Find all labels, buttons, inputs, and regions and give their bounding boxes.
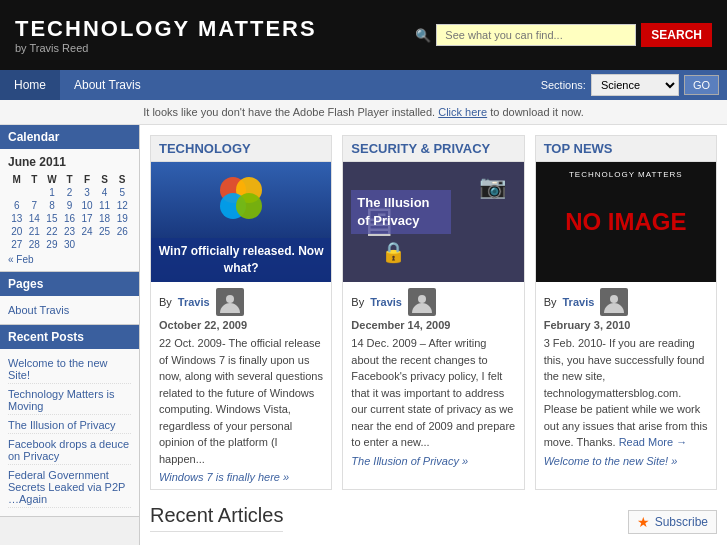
calendar-day-cell[interactable]: 10 [78,199,96,212]
go-button[interactable]: GO [684,75,719,95]
svg-point-6 [610,295,618,303]
calendar-day-cell[interactable]: 13 [8,212,26,225]
site-header: TECHNOLOGY MATTERS by Travis Reed 🔍 SEAR… [0,0,727,70]
sidebar-calendar: Calendar June 2011 MTWTFSS 1234567891011… [0,125,139,272]
security-author[interactable]: Travis [370,296,402,308]
calendar-day-cell[interactable]: 17 [78,212,96,225]
technology-header-link[interactable]: TECHNOLOGY [159,141,251,156]
recent-post-item[interactable]: Federal Government Secrets Leaked via P2… [8,467,131,508]
search-icon: 🔍 [415,28,431,43]
subscribe-button[interactable]: ★ Subscribe [628,510,717,534]
calendar-day-cell[interactable]: 5 [113,186,131,199]
calendar-day-cell[interactable]: 19 [113,212,131,225]
topnews-header-link[interactable]: TOP NEWS [544,141,613,156]
nav-home[interactable]: Home [0,70,60,100]
page-about-travis[interactable]: About Travis [8,302,131,318]
calendar-day-cell[interactable]: 14 [26,212,44,225]
topnews-text: 3 Feb. 2010- If you are reading this, yo… [544,335,708,451]
svg-point-3 [236,193,262,219]
calendar-prev[interactable]: « Feb [8,254,131,265]
calendar-day-cell[interactable]: 24 [78,225,96,238]
flash-link[interactable]: Click here [438,106,487,118]
search-button[interactable]: SEARCH [641,23,712,47]
technology-text: 22 Oct. 2009- The official release of Wi… [159,335,323,467]
privacy-caption: The Illusion of Privacy [351,190,451,234]
win7-logo-icon [213,170,269,226]
pages-title: Pages [0,272,139,296]
technology-by: By [159,296,172,308]
camera-icon: 📷 [479,174,506,200]
calendar-day-cell [113,238,131,251]
security-header-link[interactable]: SECURITY & PRIVACY [351,141,490,156]
flash-notice: It looks like you don't have the Adobe F… [0,100,727,125]
calendar-day-cell[interactable]: 1 [43,186,61,199]
security-byline: By Travis [351,288,515,316]
calendar-day-cell[interactable]: 29 [43,238,61,251]
technology-readmore[interactable]: Windows 7 is finally here » [159,471,289,483]
security-body: By Travis December 14, 2009 14 Dec. 2009… [343,282,523,473]
calendar-day-cell[interactable]: 8 [43,199,61,212]
technology-caption: Win7 officially released. Now what? [151,238,331,282]
calendar-week-row: 27282930 [8,238,131,251]
calendar-day-cell[interactable]: 28 [26,238,44,251]
technology-image: Win7 officially released. Now what? [151,162,331,282]
site-title: TECHNOLOGY MATTERS [15,16,317,42]
topnews-header: TOP NEWS [536,136,716,162]
topnews-date: February 3, 2010 [544,319,708,331]
calendar-week-row: 12345 [8,186,131,199]
navbar: Home About Travis Sections: Science Tech… [0,70,727,100]
flash-text: It looks like you don't have the Adobe F… [143,106,435,118]
calendar-day-cell[interactable]: 22 [43,225,61,238]
topnews-author[interactable]: Travis [563,296,595,308]
calendar-day-cell[interactable]: 15 [43,212,61,225]
nav-about-travis[interactable]: About Travis [60,70,155,100]
calendar-day-cell[interactable]: 9 [61,199,79,212]
calendar-day-cell[interactable]: 2 [61,186,79,199]
topnews-column: TOP NEWS TECHNOLOGY MATTERS NO IMAGE By … [535,135,717,490]
topnews-byline: By Travis [544,288,708,316]
calendar-day-cell[interactable]: 25 [96,225,114,238]
pages-content: About Travis [0,296,139,324]
calendar-day-cell[interactable]: 20 [8,225,26,238]
calendar-day-header: F [78,173,96,186]
topnews-avatar [600,288,628,316]
recent-post-item[interactable]: Welcome to the new Site! [8,355,131,384]
calendar-day-cell[interactable]: 27 [8,238,26,251]
security-readmore[interactable]: The Illusion of Privacy » [351,455,468,467]
calendar-day-cell[interactable]: 30 [61,238,79,251]
calendar-day-cell[interactable]: 11 [96,199,114,212]
recent-articles-bar: Recent Articles ★ Subscribe [150,504,717,540]
technology-author[interactable]: Travis [178,296,210,308]
calendar-day-cell[interactable]: 3 [78,186,96,199]
calendar-day-cell[interactable]: 16 [61,212,79,225]
topnews-readmore-inline[interactable]: Read More → [619,436,687,448]
calendar-day-cell [78,238,96,251]
calendar-day-header: T [61,173,79,186]
recent-post-item[interactable]: Technology Matters is Moving [8,386,131,415]
calendar-day-cell [96,238,114,251]
recent-post-item[interactable]: The Illusion of Privacy [8,417,131,434]
subscribe-label: Subscribe [655,515,708,529]
calendar-day-cell[interactable]: 4 [96,186,114,199]
calendar-week-row: 6789101112 [8,199,131,212]
calendar-header-row: MTWTFSS [8,173,131,186]
recent-post-item[interactable]: Facebook drops a deuce on Privacy [8,436,131,465]
calendar-day-cell[interactable]: 6 [8,199,26,212]
flash-suffix: to download it now. [490,106,584,118]
search-input[interactable] [436,24,636,46]
lock-icon: 🔒 [381,240,406,264]
calendar-day-cell[interactable]: 12 [113,199,131,212]
technology-byline: By Travis [159,288,323,316]
sections-select[interactable]: Science Technology Security [591,74,679,96]
security-text: 14 Dec. 2009 – After writing about the r… [351,335,515,451]
security-image: 🖥 🔒 📷 The Illusion of Privacy [343,162,523,282]
calendar-day-cell[interactable]: 26 [113,225,131,238]
topnews-readmore[interactable]: Welcome to the new Site! » [544,455,678,467]
calendar-title: Calendar [0,125,139,149]
topnews-image: TECHNOLOGY MATTERS NO IMAGE [536,162,716,282]
calendar-day-cell[interactable]: 23 [61,225,79,238]
calendar-day-cell[interactable]: 18 [96,212,114,225]
calendar-day-cell[interactable]: 21 [26,225,44,238]
calendar-day-cell[interactable]: 7 [26,199,44,212]
calendar-month: June 2011 [8,155,131,169]
